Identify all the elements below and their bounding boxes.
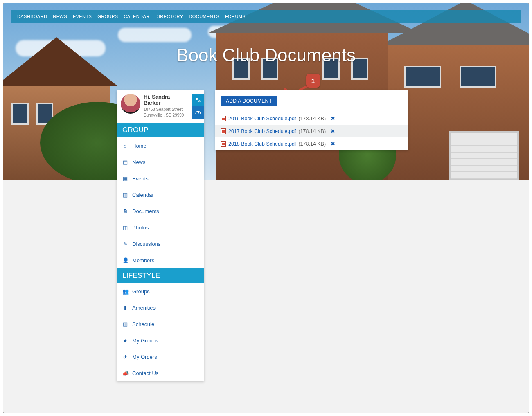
- sidebar-item[interactable]: ▤News: [117, 154, 204, 170]
- groups-icon: 👥: [122, 288, 128, 295]
- sidebar-item-label: Discussions: [132, 241, 160, 247]
- my-groups-icon: ★: [122, 337, 128, 344]
- svg-point-1: [196, 99, 197, 99]
- cloud: [118, 28, 192, 42]
- calendar-icon: ▥: [122, 192, 128, 198]
- page-title: Book Club Documents: [3, 45, 529, 65]
- sidebar-item-label: Home: [132, 143, 147, 149]
- below-hero-bg: [3, 180, 529, 413]
- callout-badge: 1: [306, 74, 320, 88]
- sidebar-item-label: Amenities: [132, 305, 156, 311]
- gears-icon: [194, 97, 202, 104]
- sidebar-item[interactable]: ▦Events: [117, 170, 204, 187]
- topnav-link[interactable]: FORUMS: [225, 14, 246, 19]
- events-icon: ▦: [122, 175, 128, 182]
- profile-text: Hi, Sandra Barker 18758 Seaport Street S…: [140, 94, 185, 118]
- garage-door: [449, 131, 519, 180]
- callout-number: 1: [311, 77, 315, 84]
- svg-line-4: [198, 112, 199, 114]
- topnav-link[interactable]: DOCUMENTS: [189, 14, 219, 19]
- window: [11, 103, 29, 125]
- sidebar-section-header: LIFESTYLE: [117, 268, 204, 283]
- sidebar-item-label: News: [132, 159, 146, 165]
- my-orders-icon: ✈: [122, 354, 128, 360]
- sidebar-item[interactable]: ✎Discussions: [117, 236, 204, 252]
- document-row: 2016 Book Club Schedule.pdf (178.14 KB)✖: [215, 112, 408, 125]
- sidebar-item-label: Photos: [132, 225, 149, 231]
- profile-address-1: 18758 Seaport Street: [144, 107, 185, 112]
- document-row: 2018 Book Club Schedule.pdf (178.14 KB)✖: [215, 137, 408, 150]
- delete-document-button[interactable]: ✖: [331, 141, 335, 147]
- document-link[interactable]: 2016 Book Club Schedule.pdf: [228, 116, 296, 121]
- sidebar-item-label: My Groups: [132, 337, 158, 344]
- settings-button[interactable]: [192, 94, 204, 106]
- profile-buttons: [192, 94, 204, 119]
- topnav-link[interactable]: DIRECTORY: [156, 14, 183, 19]
- profile-card: Hi, Sandra Barker 18758 Seaport Street S…: [117, 90, 204, 123]
- window: [460, 66, 496, 88]
- top-nav: DASHBOARDNEWSEVENTSGROUPSCALENDARDIRECTO…: [11, 10, 521, 23]
- sidebar-item-label: Schedule: [132, 321, 154, 327]
- topnav-link[interactable]: EVENTS: [73, 14, 92, 19]
- sidebar-item-label: Calendar: [132, 192, 154, 198]
- home-icon: ⌂: [122, 143, 128, 149]
- topnav-link[interactable]: CALENDAR: [124, 14, 149, 19]
- pdf-icon: [221, 116, 226, 121]
- window: [404, 66, 441, 88]
- document-row: 2017 Book Club Schedule.pdf (178.14 KB)✖: [215, 125, 408, 137]
- sidebar-item-label: Members: [132, 257, 154, 263]
- profile-address-2: Sunnyville , SC 29999: [144, 113, 185, 118]
- delete-document-button[interactable]: ✖: [331, 128, 335, 134]
- document-size: (178.14 KB): [298, 116, 326, 121]
- delete-document-button[interactable]: ✖: [331, 115, 335, 121]
- sidebar-item[interactable]: 👥Groups: [117, 283, 204, 299]
- sidebar-item-label: Contact Us: [132, 370, 158, 376]
- sidebar-item[interactable]: ▥Calendar: [117, 187, 204, 203]
- documents-icon: 🗎: [122, 208, 128, 214]
- house: [388, 45, 529, 180]
- topnav-link[interactable]: NEWS: [53, 14, 67, 19]
- avatar: [121, 94, 140, 114]
- members-icon: 👤: [122, 257, 128, 263]
- sidebar-nav-list: ⌂Home▤News▦Events▥Calendar🗎Documents◫Pho…: [117, 137, 204, 268]
- profile-greeting: Hi, Sandra Barker: [144, 94, 185, 106]
- news-icon: ▤: [122, 159, 128, 165]
- sidebar: Hi, Sandra Barker 18758 Seaport Street S…: [117, 90, 204, 381]
- sidebar-item[interactable]: ⌂Home: [117, 137, 204, 154]
- sidebar-item-label: Events: [132, 175, 149, 182]
- sidebar-section-header: GROUP: [117, 123, 204, 137]
- sidebar-item-label: Groups: [132, 288, 150, 295]
- schedule-icon: ▥: [122, 321, 128, 327]
- sidebar-item[interactable]: ✈My Orders: [117, 349, 204, 365]
- discussions-icon: ✎: [122, 241, 128, 247]
- sidebar-item-label: Documents: [132, 208, 159, 214]
- sidebar-item[interactable]: ▮Amenities: [117, 299, 204, 316]
- app-frame: DASHBOARDNEWSEVENTSGROUPSCALENDARDIRECTO…: [3, 3, 529, 413]
- photos-icon: ◫: [122, 225, 128, 231]
- sidebar-item[interactable]: ★My Groups: [117, 332, 204, 349]
- sidebar-item[interactable]: ▥Schedule: [117, 316, 204, 332]
- gauge-icon: [194, 109, 202, 116]
- dashboard-button[interactable]: [192, 106, 204, 119]
- topnav-link[interactable]: GROUPS: [97, 14, 118, 19]
- amenities-icon: ▮: [122, 305, 128, 311]
- sidebar-item[interactable]: 👤Members: [117, 252, 204, 268]
- pdf-icon: [221, 141, 226, 147]
- sidebar-nav-list: 👥Groups▮Amenities▥Schedule★My Groups✈My …: [117, 283, 204, 381]
- document-link[interactable]: 2018 Book Club Schedule.pdf: [228, 141, 296, 147]
- documents-panel: ADD A DOCUMENT 2016 Book Club Schedule.p…: [215, 90, 408, 150]
- document-link[interactable]: 2017 Book Club Schedule.pdf: [228, 128, 296, 134]
- add-document-button[interactable]: ADD A DOCUMENT: [221, 96, 277, 106]
- sidebar-item[interactable]: 📣Contact Us: [117, 365, 204, 381]
- sidebar-item[interactable]: 🗎Documents: [117, 203, 204, 219]
- sidebar-item-label: My Orders: [132, 354, 157, 360]
- topnav-link[interactable]: DASHBOARD: [17, 14, 47, 19]
- sidebar-item[interactable]: ◫Photos: [117, 219, 204, 236]
- document-size: (178.14 KB): [298, 128, 326, 134]
- contact-icon: 📣: [122, 370, 128, 376]
- svg-point-3: [199, 101, 200, 102]
- pdf-icon: [221, 128, 226, 134]
- document-size: (178.14 KB): [298, 141, 326, 147]
